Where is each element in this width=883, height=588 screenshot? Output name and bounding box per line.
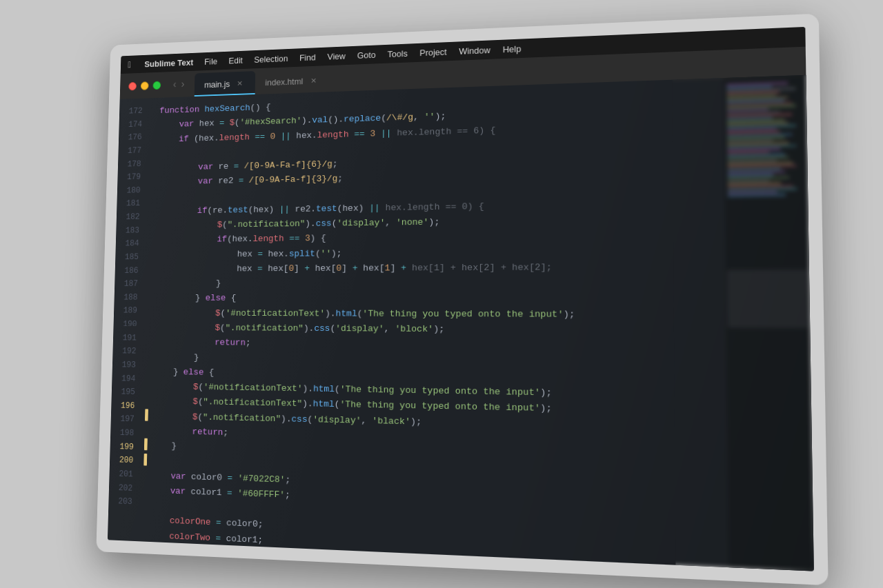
ln-203: 203	[108, 494, 136, 509]
ln-180: 180	[117, 183, 144, 197]
close-button[interactable]	[128, 81, 137, 90]
ln-192: 192	[112, 345, 140, 358]
traffic-lights	[128, 81, 161, 90]
ln-194: 194	[112, 372, 139, 385]
tab-index-html[interactable]: index.html ✕	[255, 68, 328, 94]
change-indicator-196	[145, 409, 148, 420]
ln-183: 183	[116, 223, 143, 237]
maximize-button[interactable]	[152, 81, 161, 89]
ln-182: 182	[117, 210, 143, 224]
code-content[interactable]: function hexSearch() { var hex = $('#hex…	[140, 78, 729, 567]
menu-file[interactable]: File	[204, 56, 217, 66]
menu-project[interactable]: Project	[419, 46, 446, 57]
ln-172: 172	[119, 104, 146, 118]
ln-193: 193	[112, 358, 140, 372]
ln-200: 200	[110, 453, 137, 467]
ln-177: 177	[118, 144, 145, 158]
apple-logo-icon: 	[128, 59, 131, 70]
tab-main-js-label: main.js	[204, 79, 230, 89]
ln-202: 202	[109, 480, 137, 495]
ln-186: 186	[115, 264, 142, 278]
menu-sublime-text[interactable]: Sublime Text	[144, 57, 193, 68]
change-indicator-200	[143, 453, 147, 465]
minimize-button[interactable]	[141, 81, 149, 89]
ln-197: 197	[111, 412, 139, 427]
menu-window[interactable]: Window	[459, 44, 490, 55]
minimap	[724, 74, 814, 571]
mac-window:  Sublime Text File Edit Selection Find …	[96, 13, 828, 585]
menu-tools[interactable]: Tools	[388, 48, 408, 59]
ln-189: 189	[114, 304, 141, 318]
ln-174: 174	[119, 117, 146, 131]
ln-181: 181	[117, 197, 143, 211]
tab-main-js-close[interactable]: ✕	[235, 78, 245, 89]
menu-view[interactable]: View	[327, 50, 345, 61]
ln-184: 184	[116, 237, 143, 251]
ln-176: 176	[119, 130, 146, 144]
sublime-text-window:  Sublime Text File Edit Selection Find …	[108, 26, 814, 571]
ln-191: 191	[113, 331, 141, 345]
tab-main-js[interactable]: main.js ✕	[194, 71, 255, 97]
menu-goto[interactable]: Goto	[357, 49, 376, 59]
ln-178: 178	[118, 157, 145, 171]
ln-199: 199	[110, 439, 137, 454]
change-indicator-199	[144, 438, 148, 451]
minimap-viewport-indicator	[727, 270, 808, 328]
code-editor[interactable]: 172 174 176 177 178 179 180 181 182 183 …	[108, 74, 814, 571]
menu-selection[interactable]: Selection	[254, 53, 288, 64]
menu-help[interactable]: Help	[503, 43, 522, 54]
forward-arrow-icon[interactable]: ›	[181, 78, 185, 90]
tab-index-html-close[interactable]: ✕	[308, 74, 319, 85]
ln-198: 198	[110, 426, 138, 440]
code-line-187: } else {	[155, 291, 726, 307]
menu-find[interactable]: Find	[299, 52, 316, 62]
ln-190: 190	[113, 318, 141, 332]
ln-188: 188	[114, 291, 141, 305]
tab-bar: main.js ✕ index.html ✕	[194, 65, 329, 97]
code-line-186: }	[155, 274, 726, 291]
ln-179: 179	[117, 170, 144, 184]
ln-185: 185	[115, 250, 142, 264]
ln-187: 187	[115, 277, 142, 291]
ln-196: 196	[111, 398, 139, 413]
navigation-arrows: ‹ ›	[173, 78, 185, 90]
back-arrow-icon[interactable]: ‹	[173, 79, 177, 90]
ln-201: 201	[109, 467, 137, 481]
menu-edit[interactable]: Edit	[228, 54, 243, 65]
code-line-185: hex = hex[0] + hex[0] + hex[1] + hex[1] …	[155, 258, 726, 276]
tab-index-html-label: index.html	[265, 76, 303, 87]
ln-195: 195	[112, 385, 139, 398]
